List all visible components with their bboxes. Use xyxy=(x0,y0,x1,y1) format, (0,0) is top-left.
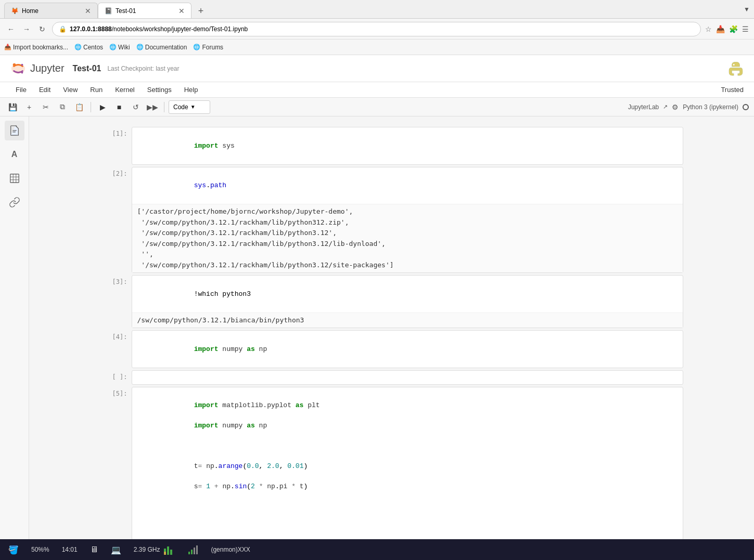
bookmark-import[interactable]: 📥 Import bookmarks... xyxy=(4,44,68,51)
bookmarks-bar: 📥 Import bookmarks... 🌐 Centos 🌐 Wiki 🌐 … xyxy=(0,40,754,55)
run-button[interactable]: ▶ xyxy=(95,100,110,114)
back-button[interactable]: ← xyxy=(5,25,17,33)
sidebar-text-icon[interactable]: A xyxy=(5,145,24,164)
browser-tabs: 🦊 Home ✕ 📓 Test-01 ✕ + xyxy=(4,0,208,18)
bookmark-centos[interactable]: 🌐 Centos xyxy=(74,44,103,51)
bookmark-forums[interactable]: 🌐 Forums xyxy=(193,44,223,51)
sidebar-link-icon[interactable] xyxy=(5,192,24,212)
cell-1[interactable]: [1]: import sys xyxy=(100,127,683,165)
taskbar-computer[interactable]: 💻 xyxy=(107,541,125,558)
taskbar-cpu: 2.39 GHz xyxy=(130,541,180,558)
bookmark-star[interactable]: ☆ xyxy=(705,25,712,33)
menu-edit[interactable]: Edit xyxy=(34,85,56,95)
taskbar-time: 14:01 xyxy=(58,541,82,558)
svg-rect-29 xyxy=(188,552,190,554)
jupyter-header: Jupyter Test-01 Last Checkpoint: last ye… xyxy=(0,55,754,82)
bookmark-forums-icon: 🌐 xyxy=(193,44,200,50)
address-actions: ☆ 📥 🧩 ☰ xyxy=(705,25,749,33)
stop-button[interactable]: ■ xyxy=(112,100,126,114)
cell-type-chevron: ▼ xyxy=(190,104,196,110)
taskbar-display[interactable]: 🖥 xyxy=(86,541,103,558)
menu-file[interactable]: File xyxy=(10,85,32,95)
cell-3-content[interactable]: !which python3 /sw/comp/python/3.12.1/bi… xyxy=(132,275,683,328)
cell-4-content[interactable]: import numpy as np xyxy=(132,330,683,368)
kernel-name-label: Python 3 (ipykernel) xyxy=(683,103,738,111)
tab-test01[interactable]: 📓 Test-01 ✕ xyxy=(98,3,191,18)
bookmark-wiki-label: Wiki xyxy=(118,44,130,51)
svg-rect-30 xyxy=(191,550,193,554)
jupyter-logo-text: Jupyter xyxy=(30,62,65,74)
address-text: 127.0.0.1:8888/notebooks/workshop/jupyte… xyxy=(70,25,248,33)
taskbar-computer-icon: 💻 xyxy=(111,545,121,555)
jupyter-menubar: File Edit View Run Kernel Settings Help … xyxy=(0,82,754,98)
tab-test01-close[interactable]: ✕ xyxy=(178,7,185,15)
cell-blank-input[interactable] xyxy=(132,371,683,377)
bookmark-wiki[interactable]: 🌐 Wiki xyxy=(109,44,130,51)
address-path: /notebooks/workshop/jupyter-demo/Test-01… xyxy=(112,25,248,33)
cell-4[interactable]: [4]: import numpy as np xyxy=(100,330,683,368)
menu-kernel[interactable]: Kernel xyxy=(110,85,140,95)
bookmark-import-icon: 📥 xyxy=(4,44,11,50)
sidebar-files-icon[interactable] xyxy=(5,121,24,140)
cell-1-content[interactable]: import sys xyxy=(132,127,683,165)
forward-button[interactable]: → xyxy=(21,25,32,33)
menu-help[interactable]: Help xyxy=(179,85,203,95)
taskbar-display-icon: 🖥 xyxy=(90,545,98,554)
kernel-settings-icon[interactable]: ⚙ xyxy=(672,103,679,111)
jupyter-logo[interactable]: Jupyter xyxy=(10,61,65,76)
cell-3-input: !which python3 xyxy=(132,276,683,312)
tab-home[interactable]: 🦊 Home ✕ xyxy=(4,3,98,18)
taskbar-genmon-label: (genmon)XXX xyxy=(211,546,250,553)
sidebar-table-icon[interactable] xyxy=(5,168,24,188)
cell-type-label: Code xyxy=(173,103,188,111)
menu-view[interactable]: View xyxy=(58,85,83,95)
menu-settings[interactable]: Settings xyxy=(142,85,177,95)
notebook-content[interactable]: [1]: import sys [2]: sys.path xyxy=(29,116,754,557)
toolbar-sep-1 xyxy=(91,102,91,112)
jupyterlab-link[interactable]: JupyterLab xyxy=(628,103,659,111)
tabs-chevron[interactable]: ▼ xyxy=(744,6,750,13)
tab-home-close[interactable]: ✕ xyxy=(85,7,91,15)
cell-2-output: ['/castor/project/home/bjornc/workshop/J… xyxy=(132,204,683,272)
cell-blank-content[interactable] xyxy=(132,370,683,385)
taskbar-bucket-icon: 🪣 xyxy=(8,545,19,555)
svg-rect-27 xyxy=(170,550,172,555)
cell-2[interactable]: [2]: sys.path ['/castor/project/home/bjo… xyxy=(100,167,683,274)
cell-5-content[interactable]: import matplotlib.pyplot as plt import n… xyxy=(132,387,683,557)
cell-type-dropdown[interactable]: Code ▼ xyxy=(169,100,210,114)
taskbar-app[interactable]: 🪣 xyxy=(4,541,23,558)
tab-test01-label: Test-01 xyxy=(116,7,136,15)
cell-2-content[interactable]: sys.path ['/castor/project/home/bjornc/w… xyxy=(132,167,683,274)
cpu-chart xyxy=(163,544,175,555)
pocket-button[interactable]: 📥 xyxy=(716,25,725,33)
cell-3[interactable]: [3]: !which python3 /sw/comp/python/3.12… xyxy=(100,275,683,328)
restart-button[interactable]: ↺ xyxy=(129,100,143,114)
firefox-menu[interactable]: ☰ xyxy=(742,25,749,33)
bookmark-docs[interactable]: 🌐 Documentation xyxy=(136,44,187,51)
restart-run-button[interactable]: ▶▶ xyxy=(145,100,160,114)
jupyter-logo-icon xyxy=(10,61,26,76)
checkpoint-info: Last Checkpoint: last year xyxy=(107,65,179,72)
paste-button[interactable]: 📋 xyxy=(72,100,86,114)
cell-blank[interactable]: [ ]: xyxy=(100,370,683,385)
taskbar-battery-label: 50%% xyxy=(31,546,49,553)
bookmark-forums-label: Forums xyxy=(202,44,223,51)
bookmark-wiki-icon: 🌐 xyxy=(109,44,117,50)
address-bar[interactable]: 🔒 127.0.0.1:8888/notebooks/workshop/jupy… xyxy=(52,22,701,36)
tab-add-button[interactable]: + xyxy=(194,4,208,18)
taskbar-genmon: (genmon)XXX xyxy=(207,541,254,558)
cut-button[interactable]: ✂ xyxy=(39,100,53,114)
extensions-button[interactable]: 🧩 xyxy=(729,25,738,33)
svg-rect-26 xyxy=(167,546,169,555)
copy-button[interactable]: ⧉ xyxy=(55,100,70,114)
svg-point-4 xyxy=(733,64,735,66)
cell-5[interactable]: [5]: import matplotlib.pyplot as plt imp… xyxy=(100,387,683,557)
taskbar-battery: 50%% xyxy=(27,541,54,558)
save-button[interactable]: 💾 xyxy=(5,100,20,114)
bookmark-centos-icon: 🌐 xyxy=(74,44,82,50)
menu-run[interactable]: Run xyxy=(85,85,108,95)
add-cell-button[interactable]: + xyxy=(22,100,36,114)
reload-button[interactable]: ↻ xyxy=(36,25,48,33)
jupyterlab-external-icon: ↗ xyxy=(663,103,668,110)
test01-favicon: 📓 xyxy=(105,7,112,15)
